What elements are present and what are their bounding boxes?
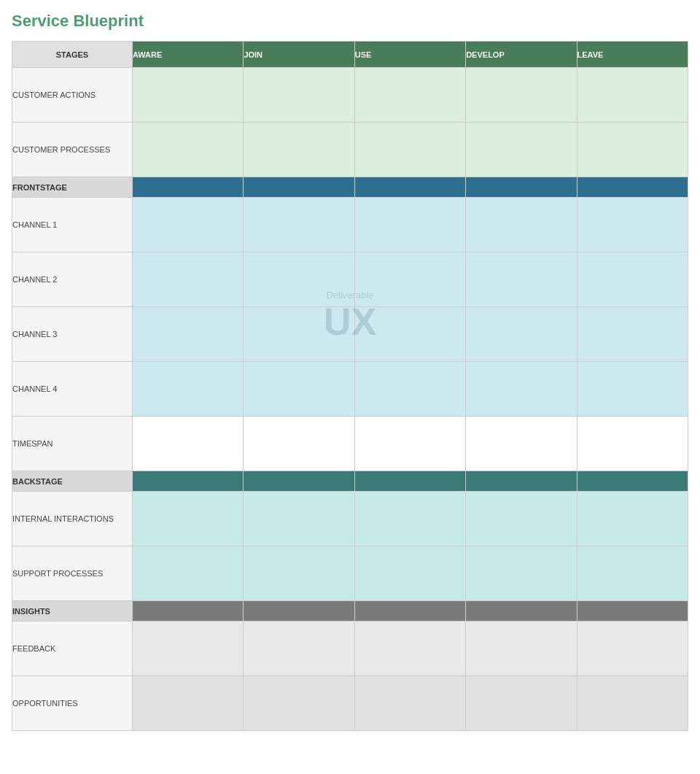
cell-channel2-join[interactable] [244, 252, 354, 307]
row-customer-processes: CUSTOMER PROCESSES [12, 123, 688, 177]
label-frontstage: FRONTSTAGE [12, 177, 133, 198]
cell-support-join[interactable] [244, 546, 354, 601]
cell-customer-processes-aware[interactable] [133, 123, 244, 177]
page-title: Service Blueprint [12, 12, 688, 31]
cell-channel4-join[interactable] [244, 362, 354, 417]
label-customer-actions: CUSTOMER ACTIONS [12, 68, 133, 123]
cell-channel3-leave[interactable] [577, 307, 688, 362]
cell-customer-processes-leave[interactable] [577, 123, 688, 177]
cell-channel4-aware[interactable] [133, 362, 244, 417]
stage-leave: LEAVE [577, 42, 688, 68]
row-channel-2: CHANNEL 2 [12, 252, 688, 307]
frontstage-header-leave [577, 177, 688, 198]
cell-channel2-aware[interactable] [133, 252, 244, 307]
cell-feedback-aware[interactable] [133, 622, 244, 676]
cell-feedback-join[interactable] [244, 622, 354, 676]
stage-develop: DEVELOP [466, 42, 577, 68]
insights-header-use [354, 601, 465, 622]
frontstage-header-use [354, 177, 465, 198]
cell-channel3-use[interactable] [354, 307, 465, 362]
label-channel-3: CHANNEL 3 [12, 307, 133, 362]
row-opportunities: OPPORTUNITIES [12, 676, 688, 731]
backstage-header-join [244, 471, 354, 492]
cell-opportunities-use[interactable] [354, 676, 465, 731]
cell-opportunities-leave[interactable] [577, 676, 688, 731]
label-backstage: BACKSTAGE [12, 471, 133, 492]
row-channel-3: CHANNEL 3 [12, 307, 688, 362]
label-opportunities: OPPORTUNITIES [12, 676, 133, 731]
cell-channel2-leave[interactable] [577, 252, 688, 307]
backstage-header-leave [577, 471, 688, 492]
cell-customer-actions-leave[interactable] [577, 68, 688, 123]
backstage-header-develop [466, 471, 577, 492]
cell-timespan-use[interactable] [354, 417, 465, 471]
label-feedback: FEEDBACK [12, 622, 133, 676]
label-customer-processes: CUSTOMER PROCESSES [12, 123, 133, 177]
cell-opportunities-aware[interactable] [133, 676, 244, 731]
cell-customer-actions-join[interactable] [244, 68, 354, 123]
cell-feedback-use[interactable] [354, 622, 465, 676]
cell-customer-processes-develop[interactable] [466, 123, 577, 177]
cell-channel1-develop[interactable] [466, 198, 577, 252]
frontstage-header-develop [466, 177, 577, 198]
cell-support-develop[interactable] [466, 546, 577, 601]
cell-customer-actions-develop[interactable] [466, 68, 577, 123]
cell-timespan-leave[interactable] [577, 417, 688, 471]
insights-header-leave [577, 601, 688, 622]
row-frontstage-header: FRONTSTAGE [12, 177, 688, 198]
cell-channel2-develop[interactable] [466, 252, 577, 307]
cell-channel4-leave[interactable] [577, 362, 688, 417]
cell-internal-use[interactable] [354, 492, 465, 546]
cell-timespan-join[interactable] [244, 417, 354, 471]
label-support-processes: SUPPORT PROCESSES [12, 546, 133, 601]
cell-channel1-use[interactable] [354, 198, 465, 252]
label-timespan: TIMESPAN [12, 417, 133, 471]
cell-channel1-aware[interactable] [133, 198, 244, 252]
cell-feedback-develop[interactable] [466, 622, 577, 676]
cell-opportunities-join[interactable] [244, 676, 354, 731]
cell-support-leave[interactable] [577, 546, 688, 601]
row-support-processes: SUPPORT PROCESSES [12, 546, 688, 601]
cell-customer-actions-aware[interactable] [133, 68, 244, 123]
cell-channel3-develop[interactable] [466, 307, 577, 362]
label-internal-interactions: INTERNAL INTERACTIONS [12, 492, 133, 546]
backstage-header-use [354, 471, 465, 492]
cell-customer-actions-use[interactable] [354, 68, 465, 123]
label-insights: INSIGHTS [12, 601, 133, 622]
row-channel-1: CHANNEL 1 [12, 198, 688, 252]
label-channel-2: CHANNEL 2 [12, 252, 133, 307]
cell-internal-leave[interactable] [577, 492, 688, 546]
cell-feedback-leave[interactable] [577, 622, 688, 676]
cell-channel4-use[interactable] [354, 362, 465, 417]
cell-timespan-aware[interactable] [133, 417, 244, 471]
label-channel-1: CHANNEL 1 [12, 198, 133, 252]
cell-channel4-develop[interactable] [466, 362, 577, 417]
cell-support-use[interactable] [354, 546, 465, 601]
row-timespan: TIMESPAN [12, 417, 688, 471]
cell-opportunities-develop[interactable] [466, 676, 577, 731]
row-feedback: FEEDBACK [12, 622, 688, 676]
cell-internal-join[interactable] [244, 492, 354, 546]
frontstage-header-join [244, 177, 354, 198]
cell-channel3-aware[interactable] [133, 307, 244, 362]
cell-customer-processes-join[interactable] [244, 123, 354, 177]
blueprint-table: STAGES AWARE JOIN USE DEVELOP LEAVE CUST… [12, 41, 688, 731]
cell-timespan-develop[interactable] [466, 417, 577, 471]
cell-customer-processes-use[interactable] [354, 123, 465, 177]
backstage-header-aware [133, 471, 244, 492]
cell-channel3-join[interactable] [244, 307, 354, 362]
header-row: STAGES AWARE JOIN USE DEVELOP LEAVE [12, 42, 688, 68]
stage-use: USE [354, 42, 465, 68]
cell-internal-develop[interactable] [466, 492, 577, 546]
label-channel-4: CHANNEL 4 [12, 362, 133, 417]
row-channel-4: CHANNEL 4 [12, 362, 688, 417]
cell-channel2-use[interactable] [354, 252, 465, 307]
cell-channel1-leave[interactable] [577, 198, 688, 252]
cell-internal-aware[interactable] [133, 492, 244, 546]
cell-support-aware[interactable] [133, 546, 244, 601]
stages-header: STAGES [12, 42, 133, 68]
cell-channel1-join[interactable] [244, 198, 354, 252]
row-backstage-header: BACKSTAGE [12, 471, 688, 492]
row-customer-actions: CUSTOMER ACTIONS [12, 68, 688, 123]
insights-header-join [244, 601, 354, 622]
